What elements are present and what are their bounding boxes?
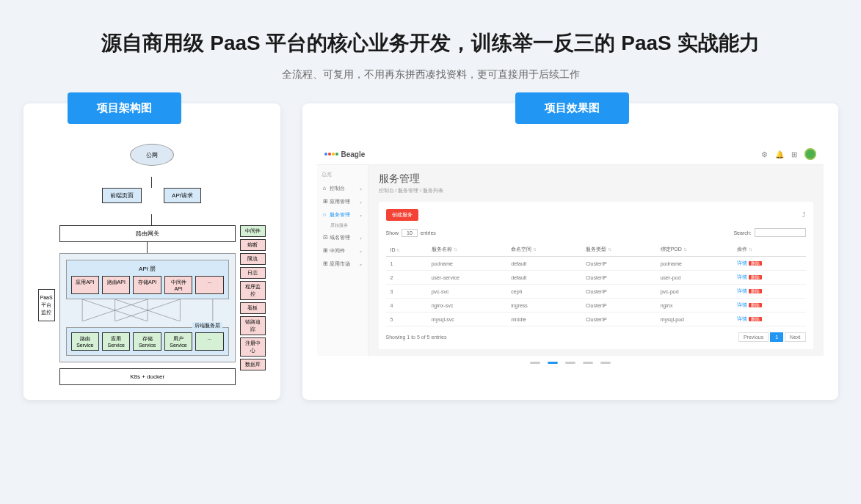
table-cell: user-pod — [656, 271, 733, 285]
avatar[interactable] — [804, 148, 816, 160]
pagination-next[interactable]: Next — [785, 332, 805, 342]
arch-cloud: 公网 — [130, 144, 174, 166]
carousel-dots — [317, 356, 824, 370]
arch-monitoring-sidebar: PaaS 平台 监控 — [38, 289, 55, 321]
table-cell: ClusterIP — [581, 313, 656, 326]
page-title: 源自商用级 PaaS 平台的核心业务开发，训练举一反三的 PaaS 实战能力 — [15, 29, 846, 57]
arch-service-layer-title: 后端服务层 — [192, 322, 222, 329]
chevron-icon: ▾ — [360, 186, 362, 191]
sort-icon: ⇅ — [683, 247, 687, 252]
table-action-cell: 详情 删除 — [733, 299, 806, 313]
detail-link[interactable]: 详情 — [737, 288, 747, 293]
arch-footer: K8s + docker — [59, 368, 236, 385]
panel-tab-effect: 项目效果图 — [515, 92, 629, 124]
page-size-select[interactable]: 10 — [402, 229, 418, 237]
delete-button[interactable]: 删除 — [749, 275, 762, 280]
table-info: Showing 1 to 5 of 5 entries — [386, 335, 447, 340]
table-header[interactable]: 命名空间 ⇅ — [506, 243, 581, 257]
sort-icon: ⇅ — [396, 248, 400, 252]
delete-button[interactable]: 删除 — [749, 289, 762, 293]
effect-topbar: Beagle ⚙ 🔔 ⊞ — [317, 144, 824, 165]
sidebar-item-应用管理[interactable]: ⊞ 应用管理▾ — [321, 196, 363, 208]
table-cell: ingress — [506, 299, 581, 313]
arch-top-row: 前端页面 API请求 — [38, 188, 266, 203]
table-cell: mysql-svc — [427, 313, 507, 326]
sidebar-section-label: 总览 — [321, 171, 363, 178]
carousel-dot-3[interactable] — [583, 362, 593, 364]
table-cell: ClusterIP — [581, 257, 656, 271]
search-input[interactable] — [755, 228, 806, 237]
sort-icon: ⇅ — [749, 247, 752, 252]
table-cell: user-service — [427, 271, 507, 285]
table-cell: 3 — [386, 285, 427, 299]
carousel-dot-2[interactable] — [565, 362, 575, 364]
carousel-dot-1[interactable] — [548, 362, 558, 364]
nav-icon: ⊞ — [323, 198, 329, 204]
sidebar-item-应用市场[interactable]: ⊞ 应用市场▾ — [321, 258, 363, 270]
bell-icon[interactable]: 🔔 — [775, 150, 784, 158]
table-header[interactable]: 绑定POD ⇅ — [656, 243, 733, 257]
table-header[interactable]: ID ⇅ — [386, 243, 427, 257]
table-cell: ClusterIP — [581, 299, 656, 313]
delete-button[interactable]: 删除 — [749, 303, 762, 307]
table-cell: podname — [656, 257, 733, 271]
effect-card: 创建服务 ⤴ Show 10 entries Search: — [379, 202, 813, 349]
table-cell: nginx-svc — [427, 299, 507, 313]
gear-icon[interactable]: ⚙ — [761, 150, 768, 158]
table-action-cell: 详情 删除 — [733, 285, 806, 299]
upload-icon[interactable]: ⤴ — [802, 211, 806, 219]
table-action-cell: 详情 删除 — [733, 271, 806, 285]
table-cell: 2 — [386, 271, 427, 285]
detail-link[interactable]: 详情 — [737, 260, 747, 266]
nav-icon: ⊞ — [323, 260, 329, 266]
pagination: Previous 1 Next — [738, 332, 806, 342]
chevron-icon: ▾ — [360, 213, 362, 218]
table-cell: ClusterIP — [581, 271, 656, 285]
detail-link[interactable]: 详情 — [737, 302, 747, 307]
create-service-button[interactable]: 创建服务 — [386, 209, 418, 221]
table-header[interactable]: 服务名称 ⇅ — [427, 243, 507, 257]
table-row: 3pvc-svccephClusterIPpvc-pod详情 删除 — [386, 285, 806, 299]
panel-architecture: 项目架构图 公网 前端页面 API请求 PaaS 平台 监控 路由网关 API … — [23, 103, 280, 400]
architecture-diagram: 公网 前端页面 API请求 PaaS 平台 监控 路由网关 API 层 — [38, 144, 266, 385]
effect-sidebar: 总览 ⌂ 控制台▾⊞ 应用管理▾○ 服务管理▾原始服务⊡ 域名管理▾⊞ 中间件▾… — [317, 165, 368, 356]
panels-row: 项目架构图 公网 前端页面 API请求 PaaS 平台 监控 路由网关 API … — [0, 96, 861, 414]
delete-button[interactable]: 删除 — [749, 317, 762, 321]
table-cell: ceph — [506, 285, 581, 299]
sidebar-item-服务管理[interactable]: ○ 服务管理▾ — [321, 209, 363, 221]
nav-icon: ⌂ — [323, 185, 329, 191]
arch-api-boxes: 应用API 路由API 存储API 中间件API ... — [71, 276, 224, 294]
carousel-dot-0[interactable] — [530, 362, 540, 364]
sidebar-sub-item[interactable]: 原始服务 — [321, 222, 363, 229]
detail-link[interactable]: 详情 — [737, 274, 747, 280]
services-table: ID ⇅服务名称 ⇅命名空间 ⇅服务类型 ⇅绑定POD ⇅操作 ⇅ 1podna… — [386, 243, 806, 326]
sidebar-item-域名管理[interactable]: ⊡ 域名管理▾ — [321, 232, 363, 244]
delete-button[interactable]: 删除 — [749, 261, 762, 266]
logo-dots-icon — [324, 153, 338, 156]
sidebar-item-控制台[interactable]: ⌂ 控制台▾ — [321, 183, 363, 194]
effect-page-title: 服务管理 — [379, 172, 813, 186]
chevron-icon: ▾ — [360, 262, 362, 267]
pagination-prev[interactable]: Previous — [738, 332, 769, 342]
page-header: 源自商用级 PaaS 平台的核心业务开发，训练举一反三的 PaaS 实战能力 全… — [0, 0, 861, 96]
chevron-icon: ▾ — [360, 200, 362, 205]
grid-icon[interactable]: ⊞ — [791, 150, 797, 158]
table-header[interactable]: 服务类型 ⇅ — [581, 243, 656, 257]
detail-link[interactable]: 详情 — [737, 316, 747, 321]
table-cell: podname — [427, 257, 507, 271]
table-cell: 4 — [386, 299, 427, 313]
table-cell: default — [506, 271, 581, 285]
effect-logo[interactable]: Beagle — [324, 150, 366, 158]
sidebar-item-中间件[interactable]: ⊞ 中间件▾ — [321, 245, 363, 257]
sort-icon: ⇅ — [533, 247, 537, 252]
table-cell: mysql-pod — [656, 313, 733, 326]
panel-tab-architecture: 项目架构图 — [68, 92, 181, 124]
table-header[interactable]: 操作 ⇅ — [733, 243, 806, 257]
arch-api-layer: API 层 应用API 路由API 存储API 中间件API ... — [59, 253, 236, 362]
breadcrumb: 控制台 / 服务管理 / 服务列表 — [379, 187, 813, 194]
effect-body: 总览 ⌂ 控制台▾⊞ 应用管理▾○ 服务管理▾原始服务⊡ 域名管理▾⊞ 中间件▾… — [317, 165, 824, 356]
sort-icon: ⇅ — [454, 247, 457, 252]
page-subtitle: 全流程、可复用，不用再东拼西凑找资料，更可直接用于后续工作 — [15, 68, 846, 81]
carousel-dot-4[interactable] — [600, 362, 611, 364]
pagination-page-1[interactable]: 1 — [770, 332, 783, 342]
